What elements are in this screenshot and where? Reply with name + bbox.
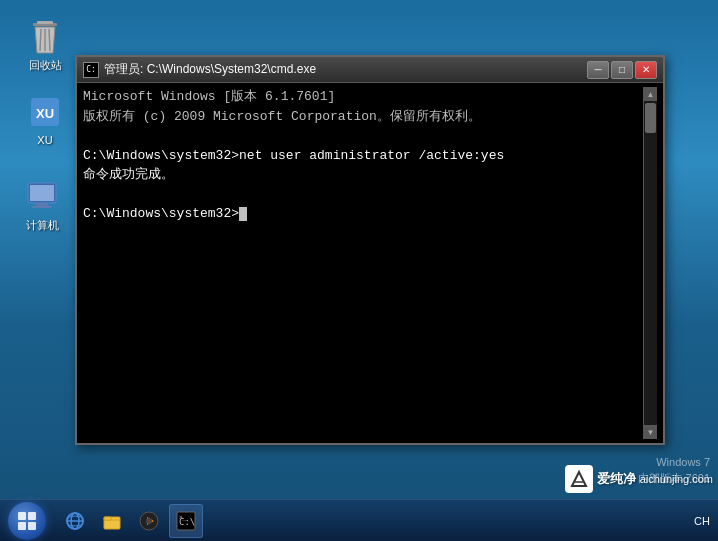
maximize-button[interactable]: □ — [611, 61, 633, 79]
media-player-icon — [139, 511, 159, 531]
svg-line-2 — [40, 29, 41, 51]
taskbar-item-cmd[interactable]: C:\ >_ — [169, 504, 203, 538]
taskbar-item-explorer[interactable] — [95, 504, 129, 538]
title-text: 管理员: C:\Windows\System32\cmd.exe — [104, 61, 316, 78]
svg-rect-11 — [18, 512, 26, 520]
recycle-bin-label: 回收站 — [29, 59, 62, 72]
recycle-bin-svg — [27, 19, 63, 55]
system-tray: CH — [686, 500, 718, 542]
scrollbar-up-button[interactable]: ▲ — [644, 87, 657, 101]
taskbar: C:\ >_ CH — [0, 499, 718, 541]
svg-text:>_: >_ — [179, 513, 187, 521]
taskbar-item-media[interactable] — [132, 504, 166, 538]
cursor — [239, 207, 247, 221]
computer-icon[interactable]: 计算机 — [12, 175, 72, 236]
cmd-line-2: 版权所有 (c) 2009 Microsoft Corporation。保留所有… — [83, 107, 643, 127]
ie-icon — [65, 511, 85, 531]
cmd-scrollbar[interactable]: ▲ ▼ — [643, 87, 657, 439]
cmd-content: Microsoft Windows [版本 6.1.7601] 版权所有 (c)… — [77, 83, 663, 443]
taskbar-items: C:\ >_ — [58, 504, 686, 538]
cmd-taskbar-icon: C:\ >_ — [176, 511, 196, 531]
svg-line-4 — [49, 29, 50, 51]
scrollbar-down-button[interactable]: ▼ — [644, 425, 657, 439]
logo-svg — [568, 468, 590, 490]
svg-rect-8 — [30, 185, 54, 201]
computer-label: 计算机 — [26, 219, 59, 232]
close-button[interactable]: ✕ — [635, 61, 657, 79]
explorer-icon — [102, 511, 122, 531]
taskbar-item-ie[interactable] — [58, 504, 92, 538]
cmd-line-3 — [83, 126, 643, 146]
svg-rect-13 — [18, 522, 26, 530]
svg-rect-1 — [37, 21, 53, 24]
cmd-line-4: C:\Windows\system32>net user administrat… — [83, 146, 643, 166]
minimize-button[interactable]: ─ — [587, 61, 609, 79]
xu-label: XU — [37, 134, 52, 147]
cmd-title-icon: C: — [83, 62, 99, 78]
logo-icon — [565, 465, 593, 493]
svg-rect-9 — [36, 203, 48, 206]
cmd-line-5: 命令成功完成。 — [83, 165, 643, 185]
recycle-bin-icon[interactable]: 回收站 — [15, 15, 75, 76]
svg-rect-10 — [32, 206, 52, 208]
title-buttons: ─ □ ✕ — [587, 61, 657, 79]
svg-rect-12 — [28, 512, 36, 520]
title-bar: C: 管理员: C:\Windows\System32\cmd.exe ─ □ … — [77, 57, 663, 83]
cmd-line-6 — [83, 185, 643, 205]
start-button[interactable] — [0, 500, 54, 542]
windows-logo-icon — [16, 510, 38, 532]
scrollbar-thumb[interactable] — [645, 103, 656, 133]
computer-svg — [24, 179, 60, 215]
scrollbar-track — [644, 101, 657, 425]
aichunjing-logo: 爱纯净 aichunjing.com — [565, 465, 713, 493]
svg-rect-19 — [104, 517, 111, 520]
desktop: 回收站 XU XU 计算机 C: 管理员: C:\Windows\System3… — [0, 0, 718, 541]
logo-text: 爱纯净 — [597, 470, 636, 488]
cmd-line-7: C:\Windows\system32> — [83, 204, 643, 224]
svg-text:XU: XU — [36, 106, 54, 121]
title-bar-left: C: 管理员: C:\Windows\System32\cmd.exe — [83, 61, 316, 78]
cmd-text-area: Microsoft Windows [版本 6.1.7601] 版权所有 (c)… — [83, 87, 643, 439]
tray-lang[interactable]: CH — [694, 515, 710, 527]
cmd-window: C: 管理员: C:\Windows\System32\cmd.exe ─ □ … — [75, 55, 665, 445]
cmd-line-1: Microsoft Windows [版本 6.1.7601] — [83, 87, 643, 107]
xu-svg: XU — [27, 94, 63, 130]
logo-site: aichunjing.com — [640, 473, 713, 485]
svg-point-22 — [146, 518, 152, 524]
xu-icon[interactable]: XU XU — [15, 90, 75, 151]
start-orb — [8, 502, 46, 540]
svg-rect-14 — [28, 522, 36, 530]
